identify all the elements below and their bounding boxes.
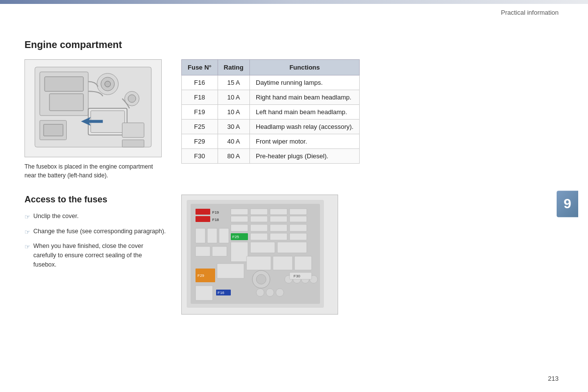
svg-rect-28 [250, 216, 268, 222]
svg-rect-37 [250, 233, 268, 240]
svg-rect-34 [250, 224, 268, 231]
engine-diagram-svg [25, 60, 161, 157]
svg-rect-33 [231, 224, 248, 231]
svg-rect-52 [273, 256, 293, 270]
svg-rect-53 [294, 256, 312, 270]
chapter-number: 9 [564, 196, 571, 212]
table-row: F29 40 A Front wiper motor. [182, 134, 360, 149]
bottom-section: Access to the fuses ☞Unclip the cover.☞C… [24, 195, 549, 315]
table-row: F19 10 A Left hand main beam headlamp. [182, 105, 360, 120]
svg-rect-4 [49, 94, 83, 111]
svg-rect-46 [277, 242, 307, 253]
bullet-arrow-icon: ☞ [24, 227, 30, 237]
svg-rect-36 [290, 224, 307, 231]
fuse-table: Fuse N° Rating Functions F16 15 A Daytim… [181, 59, 360, 164]
svg-point-65 [266, 289, 274, 296]
svg-rect-43 [196, 246, 210, 256]
function-cell: Headlamp wash relay (accessory). [250, 120, 360, 134]
chapter-badge: 9 [557, 191, 578, 217]
svg-rect-40 [196, 228, 205, 243]
bullet-text: Unclip the cover. [33, 212, 78, 221]
engine-section-title: Engine compartment [24, 39, 549, 50]
svg-rect-38 [270, 233, 287, 240]
svg-rect-50 [217, 264, 244, 278]
svg-point-9 [128, 95, 136, 102]
svg-text:F25: F25 [232, 235, 239, 239]
rating-cell: 40 A [218, 134, 249, 149]
svg-rect-47 [231, 242, 248, 262]
svg-rect-42 [219, 228, 229, 243]
bullet-text: When you have finished, close the cover … [33, 242, 167, 269]
engine-diagram-box [24, 59, 162, 157]
svg-text:F19: F19 [212, 210, 219, 215]
svg-rect-29 [270, 216, 287, 222]
svg-point-66 [276, 289, 284, 296]
svg-text:F16: F16 [218, 291, 224, 295]
table-row: F18 10 A Right hand main beam headlamp. [182, 90, 360, 105]
fusebox-svg: F19 F18 [187, 200, 324, 308]
svg-rect-30 [290, 216, 307, 222]
svg-rect-44 [212, 246, 227, 256]
rating-cell: 10 A [218, 105, 249, 120]
table-row: F16 15 A Daytime running lamps. [182, 75, 360, 90]
fuse-cell: F16 [182, 75, 218, 90]
page-number: 213 [548, 375, 559, 382]
access-section: Access to the fuses ☞Unclip the cover.☞C… [24, 195, 167, 274]
bullet-arrow-icon: ☞ [24, 242, 30, 252]
main-content: Engine compartment [24, 20, 549, 372]
function-cell: Right hand main beam headlamp. [250, 90, 360, 105]
table-row: F25 30 A Headlamp wash relay (accessory)… [182, 120, 360, 134]
svg-rect-24 [250, 209, 268, 215]
svg-rect-45 [250, 242, 275, 253]
col-header-functions: Functions [250, 60, 360, 75]
svg-rect-16 [122, 140, 144, 147]
fusebox-box: F19 F18 [181, 195, 338, 315]
function-cell: Front wiper motor. [250, 134, 360, 149]
diagram-caption: The fusebox is placed in the engine comp… [24, 162, 162, 180]
svg-rect-21 [196, 216, 210, 222]
rating-cell: 80 A [218, 149, 249, 164]
svg-text:F30: F30 [294, 274, 300, 278]
table-row: F30 80 A Pre-heater plugs (Diesel). [182, 149, 360, 164]
col-header-rating: Rating [218, 60, 249, 75]
svg-rect-67 [196, 286, 213, 300]
section-label: Practical information [501, 9, 559, 16]
access-section-title: Access to the fuses [24, 195, 167, 205]
fuse-cell: F25 [182, 120, 218, 134]
col-header-fuse: Fuse N° [182, 60, 218, 75]
svg-rect-60 [290, 272, 312, 279]
bullet-text: Change the fuse (see corresponding parag… [33, 227, 166, 236]
svg-rect-15 [122, 123, 144, 138]
access-bullet-list: ☞Unclip the cover.☞Change the fuse (see … [24, 212, 167, 269]
svg-rect-51 [246, 256, 271, 270]
function-cell: Left hand main beam headlamp. [250, 105, 360, 120]
svg-point-7 [105, 81, 111, 87]
svg-rect-14 [44, 124, 63, 136]
svg-rect-35 [270, 224, 287, 231]
svg-rect-41 [207, 228, 217, 243]
top-decorative-bar [0, 0, 588, 4]
svg-text:F18: F18 [212, 218, 219, 222]
fusebox-diagram-container: F19 F18 [181, 195, 338, 315]
fuse-table-container: Fuse N° Rating Functions F16 15 A Daytim… [181, 59, 549, 164]
svg-rect-3 [45, 77, 83, 92]
function-cell: Daytime running lamps. [250, 75, 360, 90]
top-section: The fusebox is placed in the engine comp… [24, 59, 549, 180]
svg-rect-19 [196, 209, 210, 215]
rating-cell: 30 A [218, 120, 249, 134]
svg-rect-27 [231, 216, 248, 222]
fuse-cell: F30 [182, 149, 218, 164]
fuse-cell: F29 [182, 134, 218, 149]
svg-rect-23 [231, 209, 248, 215]
svg-rect-25 [270, 209, 287, 215]
bullet-arrow-icon: ☞ [24, 212, 30, 222]
list-item: ☞When you have finished, close the cover… [24, 242, 167, 269]
svg-rect-26 [290, 209, 307, 215]
fuse-cell: F18 [182, 90, 218, 105]
list-item: ☞Unclip the cover. [24, 212, 167, 222]
rating-cell: 10 A [218, 90, 249, 105]
svg-rect-39 [290, 233, 307, 240]
function-cell: Pre-heater plugs (Diesel). [250, 149, 360, 164]
rating-cell: 15 A [218, 75, 249, 90]
svg-text:F29: F29 [197, 273, 204, 278]
